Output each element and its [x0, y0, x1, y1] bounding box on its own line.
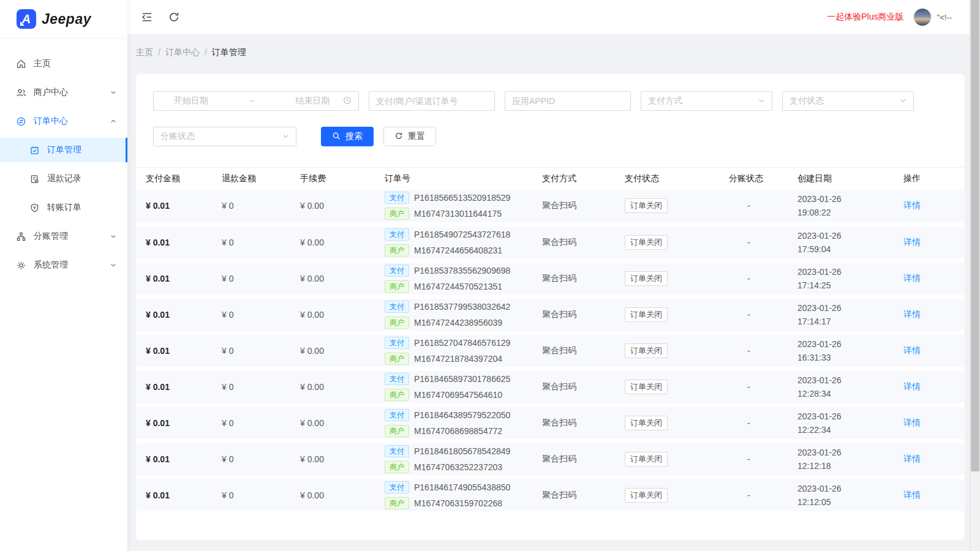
detail-link[interactable]: 详情 — [903, 490, 921, 500]
table-row: ¥ 0.01 ¥ 0 ¥ 0.00 支付 P161846174905543885… — [136, 478, 965, 514]
pay-way-select[interactable]: 支付方式 — [641, 91, 772, 111]
refund-amount-cell: ¥ 0 — [222, 225, 300, 261]
username[interactable]: "<!-- — [937, 13, 952, 22]
breadcrumb-current: 订单管理 — [212, 47, 246, 58]
date-range-picker[interactable]: 开始日期 ~ 结束日期 — [153, 91, 359, 111]
sidebar-item-merchant-center[interactable]: 商户中心 — [0, 80, 127, 105]
order-state-badge: 订单关闭 — [625, 488, 668, 503]
sidebar-item-division-management[interactable]: 分账管理 — [0, 224, 127, 249]
breadcrumb-order-center[interactable]: 订单中心 — [165, 47, 200, 58]
created-time: 12:12:05 — [797, 495, 903, 509]
fee-cell: ¥ 0.00 — [300, 441, 385, 478]
detail-link[interactable]: 详情 — [903, 345, 921, 355]
pay-order-tag: 支付 — [385, 301, 409, 313]
pay-order-no: P1618465897301786625 — [414, 374, 510, 384]
pay-way-cell: 聚合扫码 — [542, 225, 625, 261]
reset-button-label: 重置 — [408, 131, 425, 142]
pay-state-cell: 订单关闭 — [625, 478, 729, 514]
mch-order-no: M16747244570521351 — [414, 282, 502, 291]
sidebar-item-transfer-orders[interactable]: 转账订单 — [0, 195, 127, 220]
refund-amount-cell: ¥ 0 — [222, 369, 300, 405]
apartment-icon — [16, 231, 26, 242]
chevron-down-icon — [110, 262, 116, 268]
appid-input[interactable] — [505, 91, 631, 111]
mch-order-no: M16747244238956039 — [414, 318, 502, 328]
search-button[interactable]: 搜索 — [321, 127, 374, 146]
content-card: 开始日期 ~ 结束日期 支付方式 支付状态 — [136, 74, 965, 540]
sidebar-item-system-management[interactable]: 系统管理 — [0, 253, 127, 277]
chevron-down-icon — [900, 96, 907, 106]
plus-promo-link[interactable]: 一起体验Plus商业版 — [827, 12, 903, 23]
mch-order-no: M16747313011644175 — [414, 209, 502, 219]
sidebar-item-order-center[interactable]: 订单中心 — [0, 109, 127, 133]
breadcrumb: 主页 / 订单中心 / 订单管理 — [136, 47, 980, 58]
pay-amount-cell: ¥ 0.01 — [136, 190, 222, 225]
pay-order-no: P1618527047846576129 — [414, 338, 510, 348]
col-fee: 手续费 — [300, 168, 385, 190]
pay-way-cell: 聚合扫码 — [542, 441, 625, 478]
reload-icon[interactable] — [168, 11, 180, 23]
actions-cell: 详情 — [903, 190, 965, 225]
refund-amount-cell: ¥ 0 — [222, 441, 300, 478]
created-date-cell: 2023-01-26 17:14:25 — [797, 261, 903, 297]
pay-way-cell: 聚合扫码 — [542, 333, 625, 369]
sidebar-item-home[interactable]: 主页 — [0, 51, 127, 76]
pay-order-tag: 支付 — [385, 373, 409, 385]
menu-fold-icon[interactable] — [141, 11, 153, 23]
refund-amount-cell: ¥ 0 — [222, 261, 300, 297]
pay-state-cell: 订单关闭 — [625, 405, 729, 441]
sidebar-item-order-management[interactable]: 订单管理 — [0, 138, 127, 162]
order-no-cell: 支付 P1618465897301786625 商户 M167470695475… — [385, 369, 542, 405]
pay-state-cell: 订单关闭 — [625, 190, 729, 225]
pay-amount-cell: ¥ 0.01 — [136, 478, 222, 514]
pay-order-tag: 支付 — [385, 409, 409, 421]
detail-link[interactable]: 详情 — [903, 237, 921, 247]
detail-link[interactable]: 详情 — [903, 309, 921, 319]
pay-amount-cell: ¥ 0.01 — [136, 441, 222, 478]
pay-state-cell: 订单关闭 — [625, 369, 729, 405]
clock-icon — [343, 96, 352, 107]
mch-order-tag: 商户 — [385, 389, 409, 401]
division-state-select[interactable]: 分账状态 — [153, 127, 296, 146]
orders-table: 支付金额 退款金额 手续费 订单号 支付方式 支付状态 分账状态 创建日期 操作… — [136, 167, 965, 515]
order-no-cell: 支付 P1618464389579522050 商户 M167470686988… — [385, 405, 542, 441]
logo[interactable]: A Jeepay — [0, 0, 127, 39]
audit-icon — [29, 174, 40, 184]
breadcrumb-separator: / — [205, 47, 207, 58]
col-refund-amount: 退款金额 — [222, 168, 300, 190]
created-date: 2023-01-26 — [797, 192, 903, 206]
scrollbar-thumb[interactable] — [971, 0, 979, 471]
detail-link[interactable]: 详情 — [903, 454, 921, 463]
avatar[interactable] — [914, 9, 931, 26]
col-pay-amount: 支付金额 — [136, 168, 222, 190]
reset-button[interactable]: 重置 — [383, 127, 436, 146]
table-row: ¥ 0.01 ¥ 0 ¥ 0.00 支付 P161852704784657612… — [136, 333, 965, 369]
fee-cell: ¥ 0.00 — [300, 225, 385, 261]
pay-order-tag: 支付 — [385, 228, 409, 241]
breadcrumb-home[interactable]: 主页 — [136, 47, 153, 58]
division-state-cell: - — [729, 261, 797, 297]
pay-way-cell: 聚合扫码 — [542, 405, 625, 441]
created-time: 17:14:25 — [797, 279, 903, 292]
detail-link[interactable]: 详情 — [903, 200, 921, 210]
division-state-cell: - — [729, 225, 797, 261]
detail-link[interactable]: 详情 — [903, 273, 921, 283]
pay-state-select[interactable]: 支付状态 — [782, 91, 914, 111]
mch-order-tag: 商户 — [385, 280, 409, 293]
sidebar-item-refund-records[interactable]: 退款记录 — [0, 167, 127, 191]
refund-amount-cell: ¥ 0 — [222, 478, 300, 514]
division-state-cell: - — [729, 190, 797, 225]
mch-order-tag: 商户 — [385, 353, 409, 365]
created-time: 12:28:34 — [797, 387, 903, 400]
table-row: ¥ 0.01 ¥ 0 ¥ 0.00 支付 P161853779953803264… — [136, 297, 965, 333]
detail-link[interactable]: 详情 — [903, 381, 921, 391]
date-range-separator: ~ — [221, 96, 282, 106]
order-no-input[interactable] — [369, 91, 495, 111]
pay-amount-cell: ¥ 0.01 — [136, 261, 222, 297]
table-row: ¥ 0.01 ¥ 0 ¥ 0.00 支付 P161853783556290969… — [136, 261, 965, 297]
topbar: 一起体验Plus商业版 "<!-- — [127, 0, 980, 34]
pay-way-cell: 聚合扫码 — [542, 369, 625, 405]
order-no-cell: 支付 P1618537835562909698 商户 M167472445705… — [385, 261, 542, 297]
detail-link[interactable]: 详情 — [903, 418, 921, 427]
vertical-scrollbar[interactable] — [970, 0, 980, 551]
